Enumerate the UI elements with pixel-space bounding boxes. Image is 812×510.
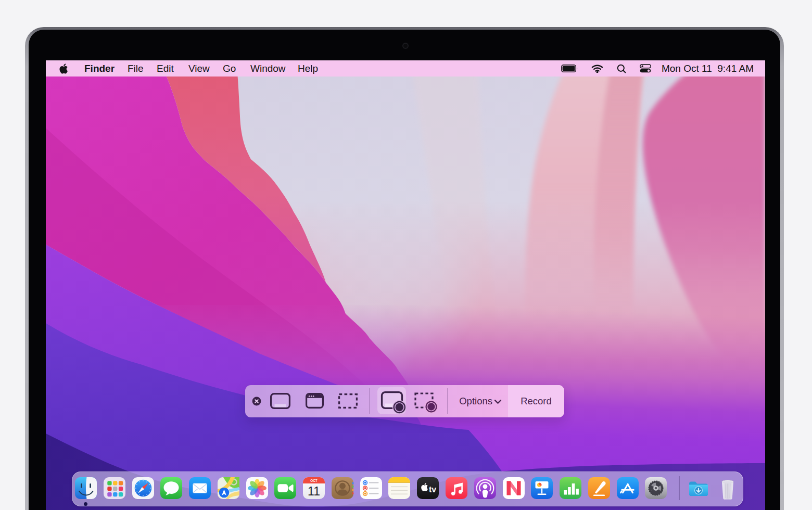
svg-text:OCT: OCT [310, 479, 318, 482]
svg-text:11: 11 [308, 484, 320, 498]
svg-text:tv: tv [429, 485, 436, 494]
